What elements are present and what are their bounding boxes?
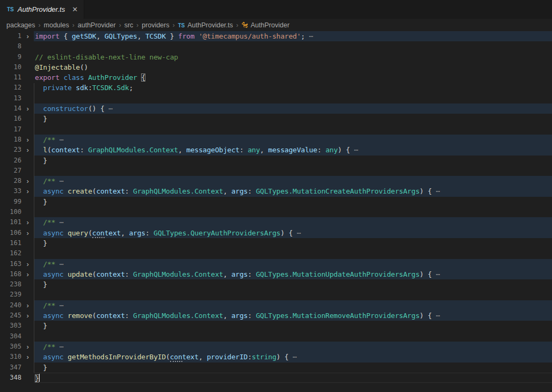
line-number: 348	[0, 373, 21, 383]
tab-authprovider[interactable]: TS AuthProvider.ts ✕	[0, 0, 84, 19]
code-line-161[interactable]: 161 }	[0, 238, 552, 248]
code-line-13[interactable]: 13	[0, 93, 552, 103]
line-number: 1	[0, 31, 21, 41]
line-content: /** ⋯	[34, 217, 552, 227]
code-line-304[interactable]: 304	[0, 331, 552, 342]
breadcrumb-item-authProvider[interactable]: authProvider	[78, 21, 116, 29]
fold-chevron-icon[interactable]: ›	[21, 300, 34, 310]
code-line-101[interactable]: 101› /** ⋯	[0, 217, 552, 227]
code-line-303[interactable]: 303 }	[0, 321, 552, 331]
line-number: 238	[0, 279, 21, 290]
line-content: /** ⋯	[34, 259, 552, 269]
line-number: 33	[0, 186, 21, 196]
code-line-18[interactable]: 18› /** ⋯	[0, 135, 552, 145]
breadcrumb: packages›modules›authProvider›src›provid…	[0, 19, 552, 31]
line-content: export class AuthProvider {	[34, 72, 552, 83]
breadcrumb-item-providers[interactable]: providers	[142, 21, 169, 29]
code-line-310[interactable]: 310› async getMethodsInProviderByID(cont…	[0, 352, 552, 362]
code-line-245[interactable]: 245› async remove(context: GraphQLModule…	[0, 310, 552, 321]
line-number: 99	[0, 197, 21, 207]
line-number: 16	[0, 114, 21, 124]
breadcrumb-separator-icon: ›	[136, 21, 138, 29]
breadcrumb-item-packages[interactable]: packages	[6, 21, 35, 29]
code-line-168[interactable]: 168› async update(context: GraphQLModule…	[0, 269, 552, 279]
fold-chevron-icon[interactable]: ›	[21, 310, 34, 321]
fold-gutter-spacer	[21, 373, 34, 383]
code-line-23[interactable]: 23› l(context: GraphQLModules.Context, m…	[0, 145, 552, 155]
breadcrumb-separator-icon: ›	[72, 21, 75, 29]
breadcrumb-separator-icon: ›	[119, 21, 121, 29]
code-line-8[interactable]: 8	[0, 41, 552, 51]
line-number: 23	[0, 145, 21, 155]
fold-chevron-icon[interactable]: ›	[21, 135, 34, 145]
fold-gutter-spacer	[21, 248, 34, 258]
line-content	[34, 290, 552, 300]
code-line-163[interactable]: 163› /** ⋯	[0, 259, 552, 269]
line-number: 18	[0, 135, 21, 145]
line-content: /** ⋯	[34, 300, 552, 310]
line-number: 100	[0, 207, 21, 217]
code-line-240[interactable]: 240› /** ⋯	[0, 300, 552, 310]
typescript-file-icon: TS	[178, 23, 185, 28]
code-line-1[interactable]: 1›import { getSDK, GQLTypes, TCSDK } fro…	[0, 31, 552, 41]
line-content: async create(context: GraphQLModules.Con…	[34, 186, 552, 196]
indent-guide	[34, 83, 34, 373]
code-line-239[interactable]: 239	[0, 290, 552, 300]
close-icon[interactable]: ✕	[72, 5, 78, 13]
breadcrumb-item-file[interactable]: TSAuthProvider.ts	[178, 21, 233, 29]
code-line-27[interactable]: 27	[0, 166, 552, 176]
fold-gutter-spacer	[21, 41, 34, 51]
fold-gutter-spacer	[21, 290, 34, 300]
code-line-305[interactable]: 305› /** ⋯	[0, 342, 552, 352]
code-line-162[interactable]: 162	[0, 248, 552, 258]
code-line-347[interactable]: 347 }	[0, 363, 552, 373]
line-number: 27	[0, 166, 21, 176]
code-line-10[interactable]: 10@Injectable()	[0, 62, 552, 72]
code-line-28[interactable]: 28› /** ⋯	[0, 176, 552, 186]
fold-chevron-icon[interactable]: ›	[21, 352, 34, 362]
code-line-11[interactable]: 11export class AuthProvider {	[0, 72, 552, 83]
fold-chevron-icon[interactable]: ›	[21, 176, 34, 186]
code-line-16[interactable]: 16 }	[0, 114, 552, 124]
code-line-9[interactable]: 9// eslint-disable-next-line new-cap	[0, 52, 552, 62]
code-line-99[interactable]: 99 }	[0, 197, 552, 207]
code-line-33[interactable]: 33› async create(context: GraphQLModules…	[0, 186, 552, 196]
vscode-window: TS AuthProvider.ts ✕ packages›modules›au…	[0, 0, 552, 392]
fold-chevron-icon[interactable]: ›	[21, 342, 34, 352]
fold-chevron-icon[interactable]: ›	[21, 103, 34, 114]
line-number: 17	[0, 124, 21, 135]
breadcrumb-item-src[interactable]: src	[124, 21, 134, 29]
code-line-238[interactable]: 238 }	[0, 279, 552, 290]
fold-gutter-spacer	[21, 156, 34, 166]
breadcrumb-item-symbol[interactable]: AuthProvider	[241, 21, 289, 29]
line-content: async remove(context: GraphQLModules.Con…	[34, 310, 552, 321]
fold-chevron-icon[interactable]: ›	[21, 217, 34, 227]
typescript-file-icon: TS	[7, 6, 14, 12]
text-cursor	[39, 374, 40, 382]
fold-chevron-icon[interactable]: ›	[21, 31, 34, 41]
fold-chevron-icon[interactable]: ›	[21, 145, 34, 155]
fold-chevron-icon[interactable]: ›	[21, 228, 34, 238]
line-content	[34, 41, 552, 51]
code-line-100[interactable]: 100	[0, 207, 552, 217]
code-line-17[interactable]: 17	[0, 124, 552, 135]
line-number: 101	[0, 217, 21, 227]
fold-chevron-icon[interactable]: ›	[21, 186, 34, 196]
line-content: }	[34, 238, 552, 248]
line-number: 305	[0, 342, 21, 352]
editor[interactable]: 1›import { getSDK, GQLTypes, TCSDK } fro…	[0, 31, 552, 392]
fold-gutter-spacer	[21, 72, 34, 83]
breadcrumb-separator-icon: ›	[39, 21, 41, 29]
code-line-348[interactable]: 348}	[0, 373, 552, 383]
fold-chevron-icon[interactable]: ›	[21, 269, 34, 279]
fold-gutter-spacer	[21, 331, 34, 342]
code-line-106[interactable]: 106› async query(context, args: GQLTypes…	[0, 228, 552, 238]
code-line-26[interactable]: 26 }	[0, 156, 552, 166]
code-line-12[interactable]: 12 private sdk:TCSDK.Sdk;	[0, 83, 552, 93]
fold-gutter-spacer	[21, 207, 34, 217]
line-content: async update(context: GraphQLModules.Con…	[34, 269, 552, 279]
breadcrumb-item-modules[interactable]: modules	[44, 21, 69, 29]
fold-chevron-icon[interactable]: ›	[21, 259, 34, 269]
line-number: 13	[0, 93, 21, 103]
code-line-14[interactable]: 14› constructor() { ⋯	[0, 103, 552, 114]
